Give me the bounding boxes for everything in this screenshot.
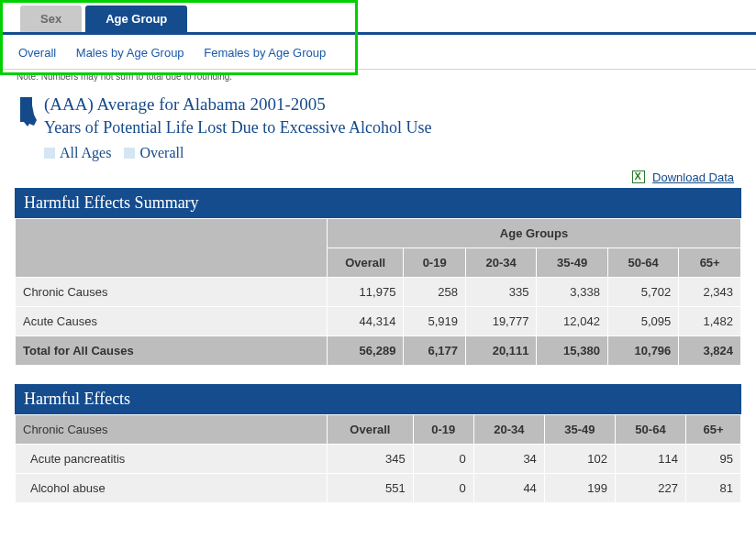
col-50-64: 50-64 [607,248,678,278]
cell: 34 [473,445,544,474]
subnav-overall[interactable]: Overall [18,46,56,60]
col-50-64: 50-64 [615,415,685,445]
row-label: Alcohol abuse [16,474,328,503]
title-block: (AAA) Average for Alabama 2001-2005 Year… [15,94,741,145]
summary-section-bar: Harmful Effects Summary [15,188,741,218]
cell: 15,380 [537,336,607,366]
tab-sex[interactable]: Sex [20,6,82,32]
row-label: Chronic Causes [16,278,328,307]
cell: 56,289 [328,336,404,366]
cell: 102 [544,445,615,474]
col-20-34: 20-34 [473,415,544,445]
cell: 5,095 [607,307,678,336]
filter-overall[interactable]: Overall [124,145,183,161]
cell: 11,975 [328,278,404,307]
cell: 335 [465,278,536,307]
tab-age-group[interactable]: Age Group [85,6,187,32]
subnav-females[interactable]: Females by Age Group [204,46,326,60]
subnav-males[interactable]: Males by Age Group [76,46,184,60]
cell: 20,111 [465,336,536,366]
row-label: Acute pancreatitis [16,445,328,474]
summary-group-header: Age Groups [328,219,741,248]
cell: 3,338 [537,278,607,307]
table-row: Acute Causes 44,314 5,919 19,777 12,042 … [16,307,741,336]
cell: 5,919 [404,307,466,336]
col-35-49: 35-49 [544,415,615,445]
col-65plus: 65+ [679,248,741,278]
subnav: Overall Males by Age Group Females by Ag… [0,35,756,70]
col-overall: Overall [328,248,404,278]
state-icon [15,96,39,127]
cell: 0 [413,445,473,474]
cell: 0 [413,474,473,503]
col-0-19: 0-19 [413,415,473,445]
table-row: Alcohol abuse 551 0 44 199 227 81 [16,474,741,503]
cell: 44 [473,474,544,503]
cell: 2,343 [679,278,741,307]
cell: 19,777 [465,307,536,336]
total-row: Total for All Causes 56,289 6,177 20,111… [16,336,741,366]
rounding-note: Note: Numbers may not sum to total due t… [0,70,756,82]
cell: 551 [328,474,414,503]
cell: 199 [544,474,615,503]
col-65plus: 65+ [686,415,741,445]
cell: 12,042 [537,307,607,336]
filter-all-ages-label: All Ages [60,145,111,161]
cell: 1,482 [679,307,741,336]
summary-table: Age Groups Overall 0-19 20-34 35-49 50-6… [15,218,741,366]
col-35-49: 35-49 [537,248,607,278]
cell: 258 [404,278,466,307]
col-overall: Overall [328,415,414,445]
col-0-19: 0-19 [404,248,466,278]
effects-header-row: Chronic Causes Overall 0-19 20-34 35-49 … [16,415,741,445]
page-subtitle: Years of Potential Life Lost Due to Exce… [44,118,432,138]
tab-row: Sex Age Group [0,0,756,35]
filter-overall-label: Overall [139,145,183,161]
table-row: Acute pancreatitis 345 0 34 102 114 95 [16,445,741,474]
total-label: Total for All Causes [16,336,328,366]
effects-section-bar: Harmful Effects [15,384,741,414]
col-20-34: 20-34 [465,248,536,278]
cell: 114 [615,445,685,474]
download-row: Download Data [15,169,741,188]
table-row: Chronic Causes 11,975 258 335 3,338 5,70… [16,278,741,307]
filter-all-ages[interactable]: All Ages [44,145,111,161]
effects-table: Chronic Causes Overall 0-19 20-34 35-49 … [15,414,741,503]
filter-row: All Ages Overall [15,145,741,161]
chip-swatch-icon [124,148,135,159]
page-title: (AAA) Average for Alabama 2001-2005 [44,94,432,115]
effects-subheader: Chronic Causes [16,415,328,445]
excel-icon [632,170,645,183]
row-label: Acute Causes [16,307,328,336]
summary-corner-blank [16,219,328,278]
cell: 345 [328,445,414,474]
download-link[interactable]: Download Data [652,170,734,184]
cell: 44,314 [328,307,404,336]
cell: 3,824 [679,336,741,366]
cell: 6,177 [404,336,466,366]
chip-swatch-icon [44,148,55,159]
cell: 5,702 [607,278,678,307]
cell: 81 [686,474,741,503]
cell: 10,796 [607,336,678,366]
cell: 227 [615,474,685,503]
cell: 95 [686,445,741,474]
